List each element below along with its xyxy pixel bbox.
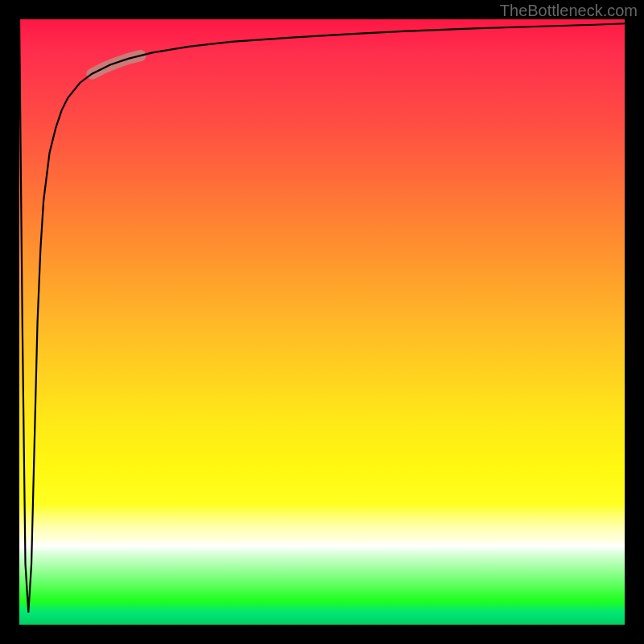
bottleneck-curve <box>19 19 625 613</box>
chart-plot-area <box>19 19 625 625</box>
watermark-text: TheBottleneck.com <box>500 2 638 20</box>
chart-svg <box>19 19 625 625</box>
